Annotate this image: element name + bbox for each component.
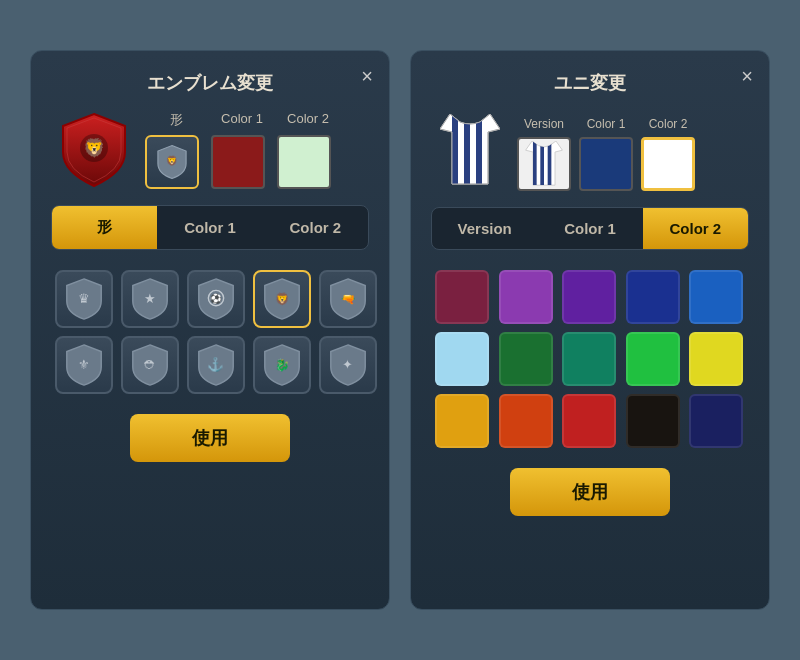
col-header-color2: Color 2 <box>281 111 335 129</box>
uniform-color2-swatch[interactable] <box>641 137 695 191</box>
utab-color2[interactable]: Color 2 <box>643 208 748 249</box>
color-cell-13[interactable] <box>626 394 680 448</box>
svg-rect-15 <box>464 114 470 184</box>
emblem-col-headers: 形 Color 1 Color 2 <box>145 111 361 129</box>
shape-swatch-icon: 🦁 <box>154 144 190 180</box>
color-cell-8[interactable] <box>626 332 680 386</box>
color-cell-3[interactable] <box>626 270 680 324</box>
color-cell-14[interactable] <box>689 394 743 448</box>
utab-color1[interactable]: Color 1 <box>537 208 642 249</box>
svg-rect-16 <box>476 114 482 184</box>
shape-cell-anchor[interactable]: ⚓ <box>187 336 245 394</box>
color-cell-9[interactable] <box>689 332 743 386</box>
emblem-shape-grid: ♛ ★ ⚽ 🦁 🔫 ⚜ ⛑ ⚓ 🐉 <box>51 266 369 398</box>
uniform-color-grid <box>431 266 749 452</box>
shape-cell-helmet[interactable]: ⛑ <box>121 336 179 394</box>
svg-text:🐉: 🐉 <box>275 358 290 372</box>
emblem-col-section: 形 Color 1 Color 2 🦁 <box>145 111 361 189</box>
col-header-shape: 形 <box>149 111 203 129</box>
svg-text:⚜: ⚜ <box>78 357 90 372</box>
ucol-header-color2: Color 2 <box>641 117 695 131</box>
uniform-col-section: Version Color 1 Color 2 <box>517 117 695 191</box>
svg-text:♛: ♛ <box>78 291 90 306</box>
svg-text:⛑: ⛑ <box>144 358 156 372</box>
emblem-svg: 🦁 <box>59 110 129 190</box>
tab-shape[interactable]: 形 <box>52 206 157 249</box>
uniform-dialog-title: ユニ変更 <box>431 71 749 95</box>
jersey-svg <box>440 114 500 189</box>
emblem-swatches: 🦁 <box>145 135 361 189</box>
col-header-color1: Color 1 <box>215 111 269 129</box>
color-cell-11[interactable] <box>499 394 553 448</box>
svg-text:✦: ✦ <box>343 357 354 372</box>
emblem-dialog: エンブレム変更 × 🦁 形 Color <box>30 50 390 610</box>
uniform-tab-bar: Version Color 1 Color 2 <box>431 207 749 250</box>
ucol-header-color1: Color 1 <box>579 117 633 131</box>
emblem-close-button[interactable]: × <box>361 65 373 88</box>
svg-text:🦁: 🦁 <box>166 155 178 167</box>
uniform-preview-image <box>435 111 505 191</box>
svg-text:⚽: ⚽ <box>210 293 222 305</box>
svg-text:🦁: 🦁 <box>83 137 106 159</box>
color1-swatch[interactable] <box>211 135 265 189</box>
svg-text:★: ★ <box>144 291 156 306</box>
tab-color1[interactable]: Color 1 <box>157 206 262 249</box>
emblem-use-button[interactable]: 使用 <box>130 414 290 462</box>
shape-cell-crown[interactable]: ♛ <box>55 270 113 328</box>
uniform-col-headers-row: Version Color 1 Color 2 <box>517 117 695 131</box>
svg-rect-19 <box>548 141 552 185</box>
uniform-close-button[interactable]: × <box>741 65 753 88</box>
color-cell-12[interactable] <box>562 394 616 448</box>
shape-cell-gun[interactable]: 🔫 <box>319 270 377 328</box>
svg-text:🔫: 🔫 <box>341 292 356 306</box>
shape-cell-soccer[interactable]: ⚽ <box>187 270 245 328</box>
ucol-header-version: Version <box>517 117 571 131</box>
shape-cell-lion[interactable]: 🦁 <box>253 270 311 328</box>
tab-color2[interactable]: Color 2 <box>263 206 368 249</box>
uniform-use-button[interactable]: 使用 <box>510 468 670 516</box>
color-cell-0[interactable] <box>435 270 489 324</box>
shape-swatch[interactable]: 🦁 <box>145 135 199 189</box>
uniform-color1-swatch[interactable] <box>579 137 633 191</box>
shape-cell-dragon[interactable]: 🐉 <box>253 336 311 394</box>
emblem-preview-row: 🦁 形 Color 1 Color 2 🦁 <box>51 111 369 189</box>
svg-rect-14 <box>452 114 458 184</box>
version-swatch[interactable] <box>517 137 571 191</box>
uniform-dialog: ユニ変更 × Version Color 1 <box>410 50 770 610</box>
utab-version[interactable]: Version <box>432 208 537 249</box>
color-cell-5[interactable] <box>435 332 489 386</box>
svg-rect-17 <box>533 141 537 185</box>
uniform-swatches <box>517 137 695 191</box>
svg-text:🦁: 🦁 <box>275 292 290 306</box>
shape-cell-fleur[interactable]: ⚜ <box>55 336 113 394</box>
color-cell-7[interactable] <box>562 332 616 386</box>
color-cell-6[interactable] <box>499 332 553 386</box>
emblem-dialog-title: エンブレム変更 <box>51 71 369 95</box>
color-cell-2[interactable] <box>562 270 616 324</box>
shape-cell-cross[interactable]: ✦ <box>319 336 377 394</box>
svg-text:⚓: ⚓ <box>208 356 225 373</box>
shape-cell-star[interactable]: ★ <box>121 270 179 328</box>
emblem-tab-bar: 形 Color 1 Color 2 <box>51 205 369 250</box>
svg-rect-18 <box>540 141 544 185</box>
color2-swatch[interactable] <box>277 135 331 189</box>
color-cell-4[interactable] <box>689 270 743 324</box>
uniform-preview-row: Version Color 1 Color 2 <box>431 111 749 191</box>
color-cell-1[interactable] <box>499 270 553 324</box>
emblem-preview-image: 🦁 <box>59 115 129 185</box>
color-cell-10[interactable] <box>435 394 489 448</box>
